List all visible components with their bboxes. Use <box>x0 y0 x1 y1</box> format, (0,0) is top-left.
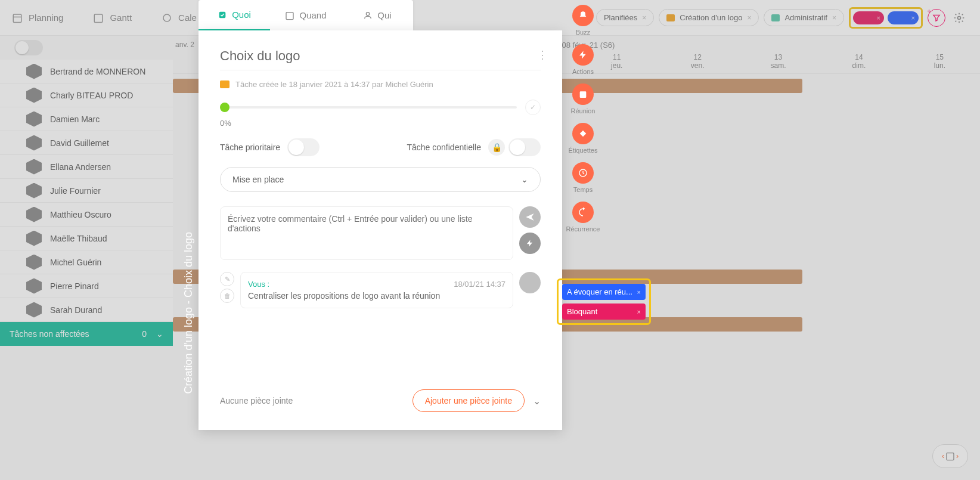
more-menu-icon[interactable]: ⋮ <box>537 48 548 61</box>
nav-planning[interactable]: Planning <box>12 13 63 23</box>
actions-button[interactable] <box>572 44 594 66</box>
tags-highlight: A évoquer en réu... × Bloquant × <box>557 278 651 325</box>
avatar <box>26 112 42 127</box>
complete-check[interactable]: ✓ <box>525 100 541 115</box>
progress-pct: 0% <box>220 119 541 128</box>
confidential-toggle[interactable] <box>508 138 541 156</box>
progress-slider[interactable] <box>220 106 517 109</box>
jump-to-date-button[interactable]: ‹ › <box>932 444 968 468</box>
settings-button[interactable] <box>950 9 968 27</box>
tag-bloquant[interactable]: Bloquant × <box>562 304 646 320</box>
lock-icon: 🔒 <box>488 139 505 156</box>
nav-gantt[interactable]: Gantt <box>93 13 132 23</box>
comment-input[interactable] <box>220 206 513 260</box>
svg-point-4 <box>958 16 961 19</box>
quick-action-button[interactable] <box>519 233 541 254</box>
modal-tabs: Quoi Quand Qui <box>199 0 413 30</box>
send-button[interactable] <box>519 206 541 228</box>
people-sidebar: Bertrand de MONNERON Charly BITEAU PROD … <box>0 36 173 480</box>
chevron-down-icon: ⌄ <box>521 175 528 184</box>
avatar <box>26 183 42 199</box>
avatar <box>26 231 42 246</box>
day-col: 14dim. <box>818 52 899 73</box>
priority-toggle[interactable] <box>287 138 320 156</box>
tab-quand[interactable]: Quand <box>270 0 342 30</box>
nav-gantt-label: Gantt <box>110 13 132 23</box>
briefcase-icon <box>771 14 780 21</box>
person-row[interactable]: Damien Marc <box>0 107 173 131</box>
add-filter-button[interactable] <box>928 9 945 27</box>
filter-chip-planned[interactable]: Planifiées × <box>596 9 654 26</box>
svg-point-8 <box>367 12 370 15</box>
person-row[interactable]: Julie Fournier <box>0 179 173 203</box>
tag-evoquer[interactable]: A évoquer en réu... × <box>562 284 646 300</box>
color-filter-highlight <box>849 7 923 29</box>
tab-quoi[interactable]: Quoi <box>199 0 270 30</box>
filter-chip-project2[interactable]: Administratif × <box>764 9 844 26</box>
close-icon[interactable]: × <box>637 289 641 296</box>
history-text: Centraliser les propositions de logo ava… <box>248 291 505 301</box>
filter-chip-project1[interactable]: Création d'un logo × <box>659 9 759 26</box>
recurrence-button[interactable] <box>572 202 594 223</box>
action-strip: Buzz Actions Réunion Étiquettes Temps Ré… <box>562 0 604 237</box>
chevron-right-icon: › <box>956 452 959 460</box>
close-icon[interactable]: × <box>637 308 641 315</box>
avatar <box>26 159 42 175</box>
person-row[interactable]: Michel Guérin <box>0 250 173 274</box>
unassigned-row[interactable]: Tâches non affectées 0⌄ <box>0 322 173 346</box>
history-date: 18/01/21 14:37 <box>454 280 505 289</box>
buzz-button[interactable] <box>572 5 594 26</box>
confidential-label: Tâche confidentielle <box>407 143 481 152</box>
created-info: Tâche créée le 18 janvier 2021 à 14:37 p… <box>220 80 541 89</box>
nav-planning-label: Planning <box>29 13 63 23</box>
history-author: Vous : <box>248 280 269 289</box>
meeting-button[interactable] <box>572 83 594 105</box>
person-row[interactable]: Ellana Andersen <box>0 155 173 179</box>
day-col: 15lun. <box>900 52 980 73</box>
sidebar-toggle[interactable] <box>14 40 43 55</box>
add-attachment-button[interactable]: Ajouter une pièce jointe <box>413 389 525 412</box>
color-filter-pink[interactable] <box>853 11 884 24</box>
avatar <box>26 302 42 318</box>
chevron-down-icon[interactable]: ⌄ <box>533 395 541 407</box>
person-row[interactable]: Bertrand de MONNERON <box>0 60 173 83</box>
color-filter-blue[interactable] <box>888 11 919 24</box>
close-icon[interactable]: × <box>642 14 646 22</box>
avatar <box>26 278 42 294</box>
briefcase-icon <box>666 14 675 21</box>
svg-rect-9 <box>580 91 587 98</box>
avatar <box>26 64 42 79</box>
attachment-status: Aucune pièce jointe <box>220 396 293 405</box>
phase-select[interactable]: Mise en place ⌄ <box>220 167 541 192</box>
chevron-left-icon: ‹ <box>942 452 944 460</box>
person-row[interactable]: Maëlle Thibaud <box>0 227 173 250</box>
person-row[interactable]: David Guillemet <box>0 131 173 155</box>
close-icon[interactable]: × <box>747 14 751 22</box>
breadcrumb: Création d'un logo - Choix du logo <box>179 220 199 406</box>
svg-rect-6 <box>219 11 226 18</box>
svg-point-3 <box>163 14 170 21</box>
day-col: 13sam. <box>738 52 818 73</box>
svg-rect-0 <box>13 14 21 23</box>
delete-icon[interactable]: 🗑 <box>220 289 234 303</box>
history-item: ✎ 🗑 Vous : 18/01/21 14:37 Centraliser le… <box>220 272 541 308</box>
svg-rect-2 <box>95 14 103 23</box>
tab-qui[interactable]: Qui <box>342 0 413 30</box>
person-row[interactable]: Charly BITEAU PROD <box>0 83 173 107</box>
person-row[interactable]: Sarah Durand <box>0 298 173 322</box>
avatar <box>26 135 42 151</box>
time-button[interactable] <box>572 162 594 184</box>
task-title[interactable]: Choix du logo <box>220 48 541 70</box>
task-modal: Choix du logo ⋮ Tâche créée le 18 janvie… <box>199 30 562 430</box>
edit-icon[interactable]: ✎ <box>220 272 234 286</box>
avatar <box>519 272 541 293</box>
tags-button[interactable] <box>572 123 594 144</box>
person-row[interactable]: Matthieu Oscuro <box>0 203 173 227</box>
avatar <box>26 88 42 103</box>
person-row[interactable]: Pierre Pinard <box>0 274 173 298</box>
briefcase-icon <box>220 80 230 88</box>
close-icon[interactable]: × <box>832 14 836 22</box>
day-col: 12ven. <box>657 52 737 73</box>
priority-label: Tâche prioritaire <box>220 143 280 152</box>
svg-rect-7 <box>286 12 293 19</box>
